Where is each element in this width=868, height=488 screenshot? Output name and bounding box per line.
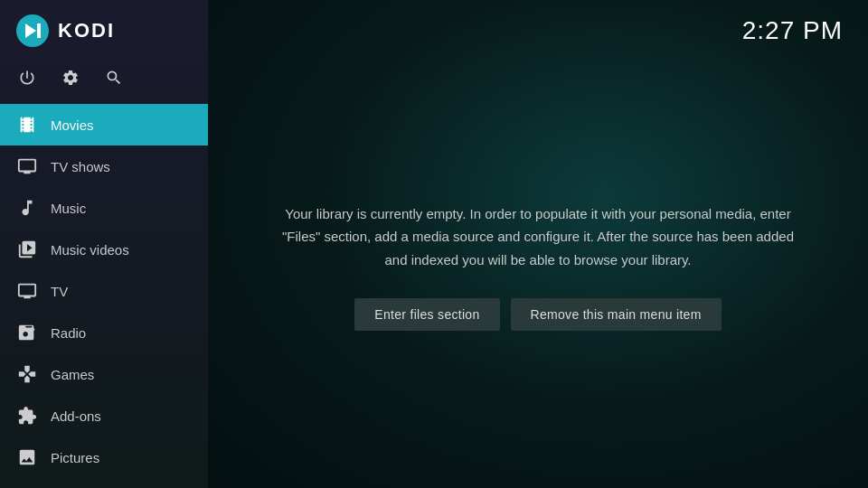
sidebar-item-tv[interactable]: TV: [0, 270, 208, 312]
sidebar-header: KODI: [0, 0, 208, 61]
sidebar-item-radio[interactable]: Radio: [0, 312, 208, 353]
topbar: 2:27 PM: [208, 0, 868, 45]
sidebar-item-music-label: Music: [51, 201, 86, 216]
sidebar-item-add-ons[interactable]: Add-ons: [0, 395, 208, 436]
sidebar-item-music-videos[interactable]: Music videos: [0, 229, 208, 270]
sidebar-item-music[interactable]: Music: [0, 187, 208, 229]
music-videos-icon: [16, 239, 38, 260]
sidebar-item-games[interactable]: Games: [0, 353, 208, 395]
remove-menu-item-button[interactable]: Remove this main menu item: [511, 298, 722, 331]
app-title: KODI: [58, 19, 115, 42]
library-empty-message: Your library is currently empty. In orde…: [280, 202, 796, 272]
kodi-logo-icon: [16, 14, 49, 47]
sidebar-item-radio-label: Radio: [51, 325, 86, 341]
games-icon: [16, 363, 38, 385]
sidebar-item-tv-label: TV: [51, 284, 68, 299]
pictures-icon: [16, 446, 38, 468]
tv-shows-icon: [16, 155, 38, 177]
sidebar: KODI Movies TV shows: [0, 0, 208, 488]
sidebar-item-add-ons-label: Add-ons: [51, 408, 101, 424]
sidebar-toolbar: [0, 61, 208, 104]
sidebar-item-games-label: Games: [51, 367, 94, 382]
sidebar-item-music-videos-label: Music videos: [51, 242, 129, 258]
power-icon[interactable]: [18, 69, 36, 91]
action-buttons: Enter files section Remove this main men…: [354, 298, 721, 331]
tv-icon: [16, 280, 38, 302]
sidebar-item-tv-shows-label: TV shows: [51, 159, 110, 174]
radio-icon: [16, 322, 38, 343]
sidebar-item-pictures[interactable]: Pictures: [0, 436, 208, 478]
movies-icon: [16, 114, 38, 136]
sidebar-item-movies-label: Movies: [51, 117, 94, 133]
main-content: 2:27 PM Your library is currently empty.…: [208, 0, 868, 488]
sidebar-item-pictures-label: Pictures: [51, 450, 99, 465]
settings-icon[interactable]: [61, 69, 80, 91]
clock-display: 2:27 PM: [742, 16, 843, 45]
add-ons-icon: [16, 405, 38, 427]
search-icon[interactable]: [105, 69, 123, 91]
sidebar-item-movies[interactable]: Movies: [0, 104, 208, 145]
sidebar-navigation: Movies TV shows Music Music videos: [0, 104, 208, 488]
music-icon: [16, 197, 38, 219]
sidebar-item-tv-shows[interactable]: TV shows: [0, 145, 208, 187]
svg-rect-2: [37, 23, 41, 38]
enter-files-section-button[interactable]: Enter files section: [354, 298, 499, 331]
content-area: Your library is currently empty. In orde…: [208, 45, 868, 488]
